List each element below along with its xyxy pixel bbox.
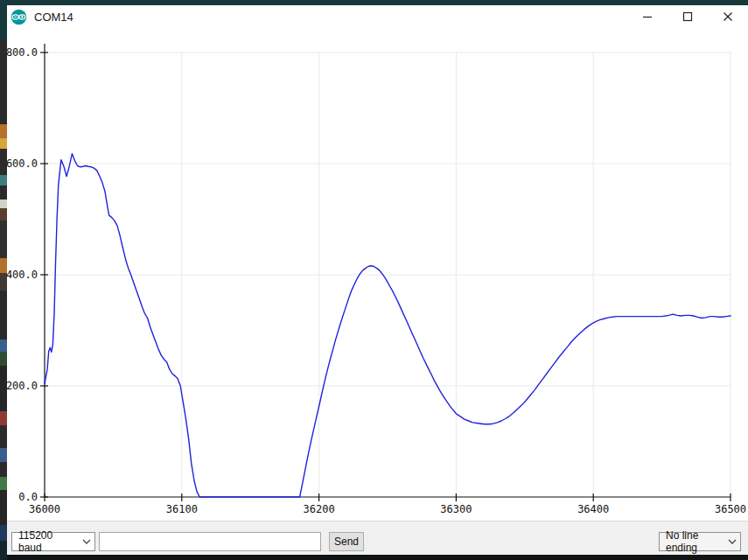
baud-rate-select[interactable]: 115200 baud (11, 532, 95, 551)
chevron-down-icon (723, 539, 737, 544)
chevron-down-icon (77, 539, 91, 544)
svg-text:36100: 36100 (166, 503, 198, 515)
svg-text:36200: 36200 (304, 503, 335, 515)
svg-text:800.0: 800.0 (6, 46, 38, 59)
send-button[interactable]: Send (329, 532, 364, 551)
svg-text:200.0: 200.0 (6, 380, 38, 392)
plot-area: 3600036100362003630036400365000.0200.040… (0, 0, 748, 525)
window-controls (627, 5, 748, 28)
background-window-sliver (0, 0, 7, 560)
svg-text:600.0: 600.0 (6, 158, 38, 170)
maximize-icon (682, 11, 693, 22)
window-bottom-edge (0, 555, 748, 560)
serial-toolbar: 115200 baud Send No line ending (7, 521, 748, 555)
title-bar: COM14 (7, 5, 748, 28)
minimize-icon (642, 11, 653, 22)
close-icon (723, 11, 733, 22)
svg-text:400.0: 400.0 (6, 269, 38, 281)
svg-text:36300: 36300 (440, 503, 472, 515)
arduino-logo-icon (10, 9, 27, 25)
serial-plotter-window: 3600036100362003630036400365000.0200.040… (0, 0, 748, 560)
baud-rate-value: 115200 baud (18, 529, 77, 554)
serial-plot: 3600036100362003630036400365000.0200.040… (0, 0, 748, 525)
window-top-edge (0, 0, 748, 5)
svg-text:0.0: 0.0 (18, 491, 38, 503)
window-title: COM14 (34, 10, 73, 24)
svg-text:36500: 36500 (715, 503, 746, 515)
minimize-button[interactable] (627, 5, 668, 28)
maximize-button[interactable] (668, 5, 708, 28)
svg-text:36400: 36400 (577, 503, 609, 515)
close-button[interactable] (708, 5, 748, 28)
line-ending-select[interactable]: No line ending (659, 532, 741, 551)
svg-text:36000: 36000 (29, 503, 60, 515)
line-ending-value: No line ending (666, 529, 723, 554)
serial-message-input[interactable] (99, 532, 321, 551)
